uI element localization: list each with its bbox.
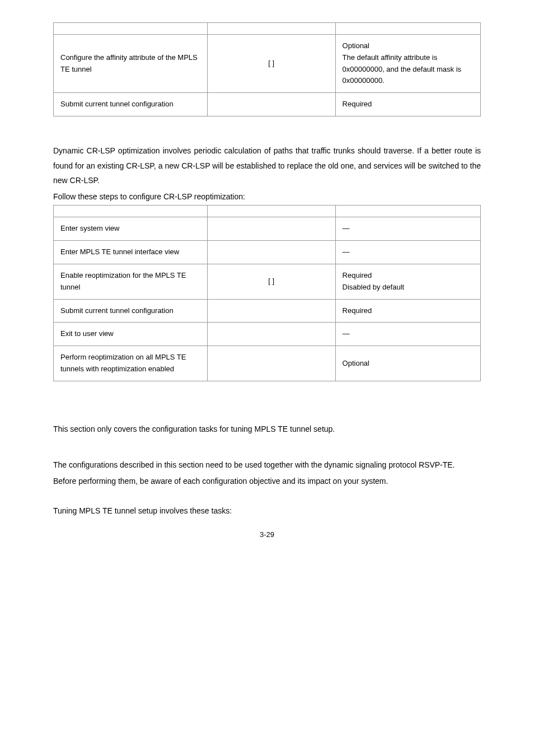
- cell-remark: Optional: [335, 346, 480, 381]
- affinity-table: Configure the affinity attribute of the …: [53, 22, 481, 116]
- table-header-3: [335, 206, 480, 217]
- cell-remark: —: [335, 241, 480, 264]
- cell-desc: Submit current tunnel configuration: [54, 299, 208, 323]
- cell-remark: —: [335, 323, 480, 346]
- cell-remark: Required: [335, 93, 480, 116]
- cell-command: [ ]: [207, 35, 335, 93]
- table-row: Submit current tunnel configuration Requ…: [54, 93, 481, 116]
- paragraph: The configurations described in this sec…: [53, 458, 481, 473]
- paragraph: Follow these steps to configure CR-LSP r…: [53, 189, 481, 204]
- table-header-1: [54, 23, 208, 35]
- table-header-3: [335, 23, 480, 35]
- paragraph: This section only covers the configurati…: [53, 422, 481, 437]
- cell-desc: Configure the affinity attribute of the …: [54, 35, 208, 93]
- cell-command: [ ]: [207, 264, 335, 299]
- cell-desc: Enable reoptimization for the MPLS TE tu…: [54, 264, 208, 299]
- cell-remark: Required Disabled by default: [335, 264, 480, 299]
- table-header-2: [207, 206, 335, 217]
- cell-desc: Enter MPLS TE tunnel interface view: [54, 241, 208, 264]
- table-header-2: [207, 23, 335, 35]
- table-row: Exit to user view —: [54, 323, 481, 346]
- cell-desc: Enter system view: [54, 217, 208, 241]
- cell-desc: Exit to user view: [54, 323, 208, 346]
- cell-command: [207, 93, 335, 116]
- cell-command: [207, 323, 335, 346]
- paragraph: Dynamic CR-LSP optimization involves per…: [53, 143, 481, 188]
- table-header-1: [54, 206, 208, 217]
- reoptimization-table: Enter system view — Enter MPLS TE tunnel…: [53, 205, 481, 381]
- page-number: 3-29: [53, 529, 481, 541]
- cell-remark: —: [335, 217, 480, 241]
- cell-command: [207, 346, 335, 381]
- table-row: Perform reoptimization on all MPLS TE tu…: [54, 346, 481, 381]
- table-row: Enable reoptimization for the MPLS TE tu…: [54, 264, 481, 299]
- cell-command: [207, 241, 335, 264]
- table-row: Configure the affinity attribute of the …: [54, 35, 481, 93]
- cell-remark: Required: [335, 299, 480, 323]
- paragraph: Tuning MPLS TE tunnel setup involves the…: [53, 503, 481, 519]
- cell-remark: Optional The default affinity attribute …: [335, 35, 480, 93]
- table-row: [54, 23, 481, 35]
- cell-desc: Perform reoptimization on all MPLS TE tu…: [54, 346, 208, 381]
- cell-desc: Submit current tunnel configuration: [54, 93, 208, 116]
- table-row: [54, 206, 481, 217]
- cell-command: [207, 299, 335, 323]
- table-row: Enter system view —: [54, 217, 481, 241]
- table-row: Enter MPLS TE tunnel interface view —: [54, 241, 481, 264]
- table-row: Submit current tunnel configuration Requ…: [54, 299, 481, 323]
- cell-command: [207, 217, 335, 241]
- paragraph: Before performing them, be aware of each…: [53, 474, 481, 489]
